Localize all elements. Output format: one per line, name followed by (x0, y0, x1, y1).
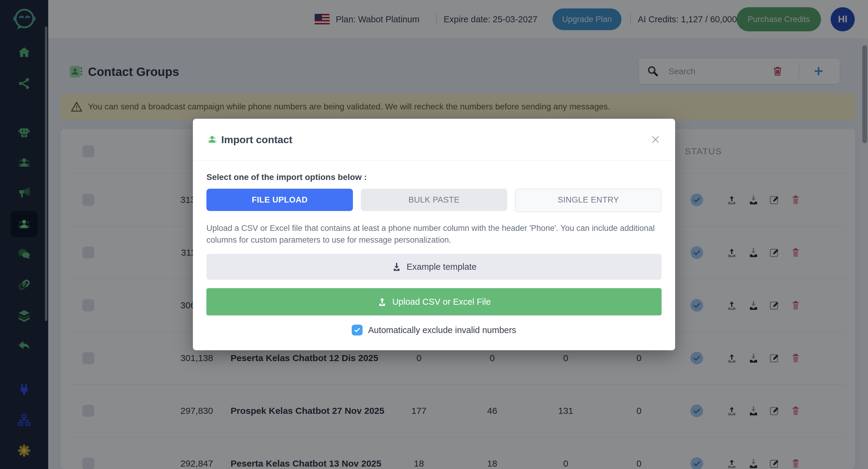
close-icon[interactable] (650, 134, 661, 145)
tab-single-entry[interactable]: SINGLE ENTRY (515, 189, 661, 212)
modal-intro-text: Select one of the import options below : (207, 173, 367, 182)
import-contact-modal: Import contact Select one of the import … (193, 119, 675, 350)
tab-bulk-paste[interactable]: BULK PASTE (361, 189, 507, 211)
upload-file-icon (377, 296, 387, 307)
modal-title: Import contact (221, 119, 292, 160)
tab-file-upload[interactable]: FILE UPLOAD (207, 189, 353, 211)
modal-description: Upload a CSV or Excel file that contains… (207, 222, 663, 246)
upload-csv-label: Upload CSV or Excel File (392, 297, 491, 307)
modal-divider (193, 160, 675, 161)
exclude-invalid-checkbox[interactable] (352, 324, 363, 336)
app-root: Plan: Wabot Platinum Expire date: 25-03-… (0, 0, 868, 469)
download-template-icon (392, 262, 402, 272)
exclude-invalid-label: Automatically exclude invalid numbers (368, 325, 516, 335)
example-template-button[interactable]: Example template (207, 254, 661, 280)
example-template-label: Example template (407, 262, 476, 272)
exclude-invalid-row: Automatically exclude invalid numbers (193, 320, 675, 340)
upload-csv-button[interactable]: Upload CSV or Excel File (207, 288, 661, 315)
import-contact-icon (206, 134, 218, 145)
